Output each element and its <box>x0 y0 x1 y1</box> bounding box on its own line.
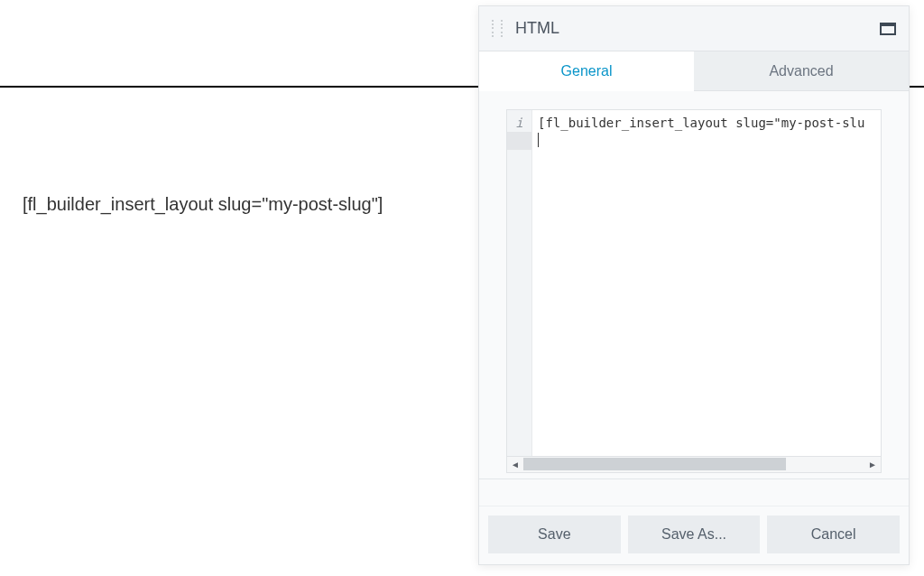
code-editor[interactable]: i [fl_builder_insert_layout slug="my-pos… <box>506 109 882 457</box>
text-cursor <box>538 133 539 147</box>
panel-header: HTML <box>479 6 909 51</box>
scroll-right-arrow-icon[interactable]: ► <box>864 457 881 472</box>
save-as-button[interactable]: Save As... <box>628 516 761 553</box>
panel-title: HTML <box>515 19 880 38</box>
code-line-2[interactable] <box>532 132 881 150</box>
html-settings-panel: HTML General Advanced i [fl_builder_inse… <box>478 5 910 565</box>
shortcode-preview-text: [fl_builder_insert_layout slug="my-post-… <box>23 194 383 215</box>
drag-handle-icon[interactable] <box>492 19 503 39</box>
code-line-1[interactable]: [fl_builder_insert_layout slug="my-post-… <box>532 114 881 132</box>
gutter-line-1: i <box>507 114 531 132</box>
scroll-thumb[interactable] <box>523 458 786 470</box>
horizontal-scrollbar[interactable]: ◄ ► <box>506 457 882 473</box>
editor-area: i [fl_builder_insert_layout slug="my-pos… <box>479 91 909 478</box>
editor-gutter: i <box>507 110 532 456</box>
tab-general[interactable]: General <box>479 51 694 91</box>
code-content[interactable]: [fl_builder_insert_layout slug="my-post-… <box>532 110 881 456</box>
button-bar: Save Save As... Cancel <box>479 506 909 564</box>
scroll-left-arrow-icon[interactable]: ◄ <box>507 457 523 472</box>
tab-advanced[interactable]: Advanced <box>694 51 909 91</box>
save-button[interactable]: Save <box>488 516 621 553</box>
panel-spacer <box>479 478 909 506</box>
maximize-icon[interactable] <box>880 23 896 35</box>
scroll-track[interactable] <box>523 457 864 472</box>
cancel-button[interactable]: Cancel <box>767 516 900 553</box>
tab-bar: General Advanced <box>479 51 909 91</box>
gutter-line-active <box>507 132 531 150</box>
